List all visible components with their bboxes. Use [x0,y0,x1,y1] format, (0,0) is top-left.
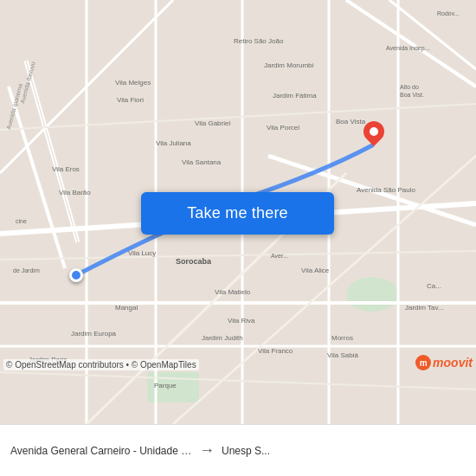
map-container: Retiro São João Jardim Morumbi Boa Vista… [0,0,476,424]
svg-point-1 [346,277,398,312]
svg-text:Avenida São Paulo: Avenida São Paulo [357,186,415,194]
svg-text:Vila Barão: Vila Barão [59,189,91,196]
svg-text:Vila Matielo: Vila Matielo [215,288,251,296]
svg-text:Vila Lucy: Vila Lucy [128,249,156,257]
svg-text:Vila Eros: Vila Eros [52,165,80,173]
svg-text:Retiro São João: Retiro São João [234,37,284,45]
svg-text:Vila Gabriel: Vila Gabriel [195,119,230,127]
svg-text:Boa Vist.: Boa Vist. [400,92,424,98]
svg-text:Vila Santana: Vila Santana [182,158,222,166]
svg-text:Morros: Morros [331,334,353,342]
svg-text:Vila Porcel: Vila Porcel [267,124,299,132]
moovit-icon: m [415,355,431,370]
svg-text:Sorocaba: Sorocaba [176,257,212,266]
destination-pin [363,121,384,149]
svg-text:Vila Juliana: Vila Juliana [156,139,191,147]
svg-text:Jardim Morumbi: Jardim Morumbi [264,61,314,69]
svg-text:Vila Fiori: Vila Fiori [117,96,144,104]
origin-dot [69,268,83,282]
svg-text:de Jardim: de Jardim [13,267,40,273]
svg-text:cine: cine [16,218,27,224]
svg-text:Rodov...: Rodov... [437,10,460,16]
origin-label: Avenida General Carneiro - Unidade Pré..… [10,445,192,457]
svg-text:Vila Alice: Vila Alice [301,267,330,274]
svg-text:Parque: Parque [154,382,177,389]
take-me-there-button[interactable]: Take me there [141,192,334,235]
moovit-logo: m moovit [415,355,473,370]
svg-text:Jardim Fátima: Jardim Fátima [273,92,317,100]
svg-text:Ca...: Ca... [427,282,441,290]
svg-text:Avenida Indep...: Avenida Indep... [386,45,430,52]
bottom-bar: Avenida General Carneiro - Unidade Pré..… [0,424,476,476]
map-attribution: © OpenStreetMap contributors • © OpenMap… [3,359,199,370]
svg-text:Jardim Judith: Jardim Judith [202,334,243,342]
svg-text:Vila Melges: Vila Melges [115,79,151,87]
destination-label: Unesp S... [222,445,360,457]
svg-text:Jardim Tav...: Jardim Tav... [405,304,444,312]
svg-text:Vila Franco: Vila Franco [258,347,293,355]
svg-text:Boa Vista: Boa Vista [336,118,366,125]
moovit-text: moovit [433,356,473,370]
svg-text:Jardim Europa: Jardim Europa [71,330,117,338]
arrow-icon: → [199,441,215,460]
svg-text:Aver...: Aver... [271,253,288,259]
svg-text:Vila Sabiá: Vila Sabiá [327,351,358,359]
svg-text:Vila Riva: Vila Riva [228,317,255,325]
svg-text:Mangal: Mangal [115,304,138,312]
svg-text:Alto do: Alto do [400,84,419,90]
